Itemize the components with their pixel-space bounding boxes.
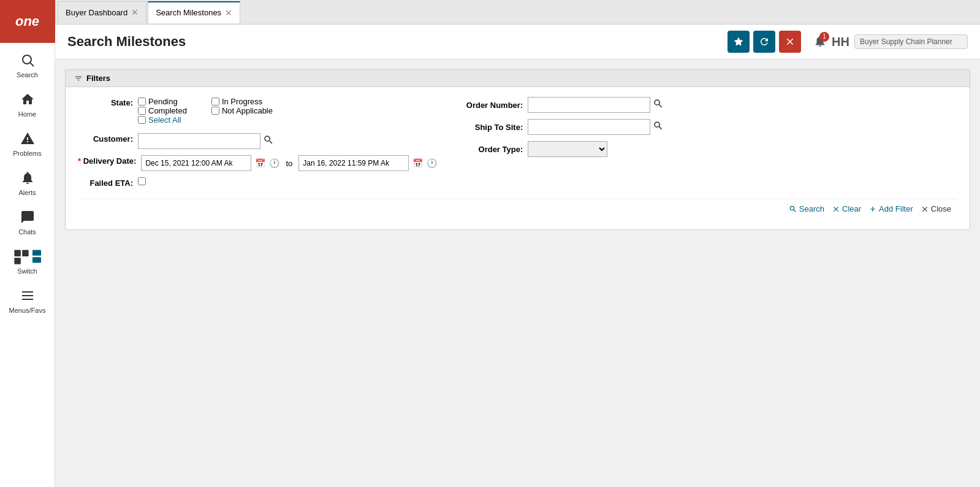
ship-to-site-input[interactable]	[528, 119, 650, 135]
ship-to-site-label: Ship To Site:	[462, 123, 523, 132]
select-all-row: Select All	[138, 115, 187, 125]
tab-search-milestones-close[interactable]: ✕	[225, 9, 232, 17]
ship-to-site-search-button[interactable]	[653, 120, 664, 134]
state-controls: Pending Completed	[138, 97, 273, 125]
svg-line-1	[30, 63, 34, 67]
sidebar-item-alerts[interactable]: Alerts	[0, 163, 55, 202]
sidebar-item-chats[interactable]: Chats	[0, 202, 55, 242]
right-filters: Order Number: Ship To Site:	[462, 97, 957, 196]
sidebar-item-menus-favs[interactable]: Menus/Favs	[0, 281, 55, 320]
failed-eta-filter-row: Failed ETA:	[78, 177, 437, 188]
state-left-col: Pending Completed	[138, 97, 187, 125]
clock-to-icon[interactable]: 🕐	[427, 158, 437, 168]
filter-actions: Search Clear Add Filter Close	[78, 199, 957, 220]
failed-eta-label: Failed ETA:	[78, 177, 133, 188]
home-icon	[19, 91, 36, 108]
sidebar-item-switch[interactable]: Switch	[0, 242, 55, 281]
filter-icon	[74, 74, 83, 83]
customer-search-button[interactable]	[263, 134, 274, 148]
refresh-button[interactable]	[753, 31, 775, 53]
user-role-select[interactable]: Buyer Supply Chain Planner	[854, 34, 968, 49]
delivery-date-label: Delivery Date:	[78, 155, 136, 166]
ship-to-site-row: Ship To Site:	[462, 119, 957, 135]
completed-checkbox[interactable]	[138, 107, 146, 115]
switch-icons	[13, 248, 42, 265]
filters-title: Filters	[86, 74, 110, 83]
filters-main: State: Pending	[78, 97, 957, 196]
filters-header: Filters	[66, 70, 970, 87]
svg-rect-4	[14, 258, 20, 264]
order-type-row: Order Type:	[462, 141, 957, 157]
warning-icon	[19, 130, 36, 147]
tab-search-milestones[interactable]: Search Milestones ✕	[148, 1, 240, 23]
sidebar-item-search[interactable]: Search	[0, 45, 55, 85]
search-action-link[interactable]: Search	[789, 204, 824, 213]
filters-panel: Filters State:	[65, 69, 970, 230]
close-action-link[interactable]: Close	[921, 204, 951, 213]
order-type-select[interactable]	[528, 141, 607, 157]
favorite-button[interactable]	[727, 31, 750, 53]
state-label: State:	[78, 97, 133, 107]
order-number-input[interactable]	[528, 97, 650, 113]
pending-label: Pending	[148, 97, 178, 106]
not-applicable-row: Not Applicable	[211, 106, 273, 115]
customer-input[interactable]	[138, 133, 260, 149]
tab-buyer-dashboard[interactable]: Buyer Dashboard ✕	[58, 1, 146, 23]
search-icon	[19, 52, 36, 69]
delivery-date-filter-group: Delivery Date: 📅 🕐 to 📅 🕐	[78, 155, 437, 171]
tab-buyer-dashboard-close[interactable]: ✕	[131, 8, 139, 17]
sidebar-label-problems: Problems	[13, 150, 41, 157]
customer-filter-group: Customer:	[78, 133, 274, 149]
sidebar-label-search: Search	[17, 71, 38, 79]
order-type-label: Order Type:	[462, 145, 523, 154]
failed-eta-checkbox[interactable]	[138, 177, 146, 185]
customer-input-group	[138, 133, 274, 149]
svg-rect-7	[22, 291, 33, 293]
app-logo[interactable]: one	[0, 0, 55, 43]
notification-count: 1	[819, 32, 829, 42]
clock-from-icon[interactable]: 🕐	[269, 158, 279, 168]
page-title: Search Milestones	[67, 34, 721, 50]
pending-row: Pending	[138, 97, 187, 106]
pending-checkbox[interactable]	[138, 98, 146, 105]
not-applicable-checkbox[interactable]	[211, 107, 219, 115]
calendar-to-icon[interactable]: 📅	[412, 158, 423, 168]
sidebar-item-home[interactable]: Home	[0, 85, 55, 124]
add-filter-icon	[868, 205, 877, 213]
failed-eta-group: Failed ETA:	[78, 177, 146, 188]
state-right-col: In Progress Not Applicable	[211, 97, 273, 125]
chat-icon	[19, 209, 36, 226]
clear-action-icon	[832, 205, 840, 213]
svg-point-0	[23, 55, 31, 64]
in-progress-checkbox[interactable]	[211, 98, 219, 105]
order-number-label: Order Number:	[462, 101, 523, 110]
date-to-separator: to	[286, 159, 292, 168]
delivery-date-to-input[interactable]	[298, 155, 409, 171]
state-filter-group: State: Pending	[78, 97, 273, 125]
main-area: Buyer Dashboard ✕ Search Milestones ✕ Se…	[55, 0, 980, 487]
customer-filter-row: Customer:	[78, 133, 437, 149]
completed-row: Completed	[138, 106, 187, 115]
notification-bell[interactable]: 1	[813, 34, 827, 50]
in-progress-label: In Progress	[222, 97, 262, 106]
header-actions	[727, 31, 801, 53]
state-filter-row: State: Pending	[78, 97, 437, 125]
svg-rect-3	[22, 250, 28, 257]
clear-action-link[interactable]: Clear	[832, 204, 861, 213]
left-filters: State: Pending	[78, 97, 437, 196]
add-filter-link[interactable]: Add Filter	[868, 204, 913, 213]
select-all-link[interactable]: Select All	[148, 115, 181, 125]
sidebar-label-home: Home	[18, 110, 36, 118]
close-action-label: Close	[931, 204, 951, 213]
customer-label: Customer:	[78, 133, 133, 144]
svg-rect-8	[22, 295, 33, 296]
not-applicable-label: Not Applicable	[222, 106, 273, 115]
calendar-from-icon[interactable]: 📅	[255, 158, 265, 168]
close-button[interactable]	[779, 31, 801, 53]
order-number-input-group	[528, 97, 664, 113]
order-number-search-button[interactable]	[653, 98, 664, 112]
delivery-date-from-input[interactable]	[141, 155, 251, 171]
sidebar-label-menus-favs: Menus/Favs	[9, 307, 46, 314]
select-all-checkbox[interactable]	[138, 116, 146, 124]
sidebar-item-problems[interactable]: Problems	[0, 124, 55, 163]
